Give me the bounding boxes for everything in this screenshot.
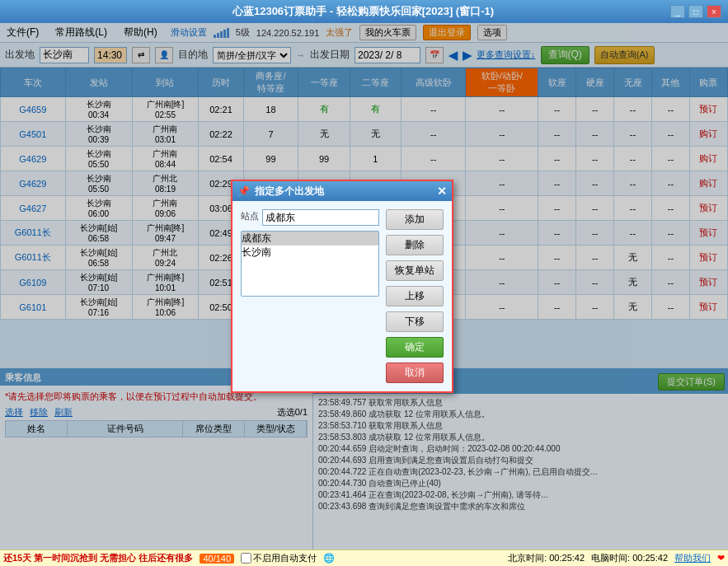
count-badge: 40/140 <box>200 554 234 564</box>
maximize-button[interactable]: □ <box>688 5 703 18</box>
filter-select[interactable]: 简拼/全拼/汉字 <box>213 47 291 63</box>
more-settings-link[interactable]: 更多查询设置↓ <box>477 49 536 61</box>
soft-sleep: -- <box>401 246 466 270</box>
hard-seat: -- <box>576 270 614 295</box>
train-link[interactable]: G4629 <box>19 154 46 164</box>
train-link[interactable]: G4629 <box>19 179 46 189</box>
minimize-button[interactable]: _ <box>670 5 685 18</box>
soft-seat: -- <box>538 122 576 147</box>
refresh-passenger-link[interactable]: 刷新 <box>54 406 73 419</box>
hard-sleep: -- <box>466 295 538 320</box>
query-btn[interactable]: 查询(Q) <box>541 46 589 64</box>
submit-order-btn[interactable]: 提交订单(S) <box>658 373 725 391</box>
second-seat: -- <box>350 246 401 270</box>
buy-link[interactable]: 购订 <box>699 178 717 188</box>
train-link[interactable]: G6011长 <box>15 252 51 262</box>
menu-routes[interactable]: 常用路线(L) <box>52 24 110 41</box>
hard-sleep: -- <box>466 270 538 295</box>
origin-input[interactable] <box>40 47 89 63</box>
ip-address: 124.220.52.191 <box>256 28 319 38</box>
duration: 02:49 <box>199 221 243 246</box>
train-table: 车次 发站 到站 历时 商务座/特等座 一等座 二等座 高级软卧 软卧/动卧/一… <box>0 68 728 320</box>
train-table-scroll[interactable]: 车次 发站 到站 历时 商务座/特等座 一等座 二等座 高级软卧 软卧/动卧/一… <box>0 68 728 368</box>
train-link[interactable]: G4659 <box>19 105 46 115</box>
from-station: 长沙南 05:50 <box>65 171 132 196</box>
buy-link[interactable]: 预订 <box>699 104 717 114</box>
buy-link[interactable]: 预订 <box>699 203 717 213</box>
buy-link[interactable]: 购订 <box>699 153 717 163</box>
log-entry: 00:20:44.722 正在自动查询(2023-02-23, 长沙南→广州南)… <box>318 466 723 478</box>
close-button[interactable]: × <box>707 5 721 18</box>
next-date-btn[interactable]: ▶ <box>463 49 472 62</box>
train-number: G6011长 <box>1 246 66 270</box>
bottom-area: 乘客信息 *请先选择您即将购票的乘客，以便在预订过程中自动加载提交。 选择 移除… <box>0 368 728 550</box>
to-station: 广州南 03:01 <box>132 122 199 147</box>
other: -- <box>652 97 690 122</box>
th-soft-seat: 软座 <box>538 68 576 97</box>
my-ticket-btn[interactable]: 我的火车票 <box>359 25 416 40</box>
status-right: 北京时间: 00:25:42 电脑时间: 00:25:42 帮助我们 ❤ <box>508 552 725 564</box>
train-link[interactable]: G4501 <box>19 129 46 139</box>
buy-link[interactable]: 预订 <box>699 277 717 287</box>
from-station: 长沙南 05:50 <box>65 147 132 171</box>
window-title: 心蓝12306订票助手 - 轻松购票快乐回家[2023] (窗口-1) <box>56 4 670 19</box>
duration: 02:21 <box>199 97 243 122</box>
auto-pay-check[interactable]: 不启用自动支付 <box>241 552 317 564</box>
from-station: 长沙南 00:39 <box>65 122 132 147</box>
heart-icon: ❤ <box>717 553 725 564</box>
train-link[interactable]: G6011长 <box>15 227 51 237</box>
table-row: G6011长 长沙南[始] 06:58 广州北 09:24 02:26 -- -… <box>1 246 728 270</box>
hard-sleep: -- <box>466 147 538 171</box>
soft-seat: -- <box>538 147 576 171</box>
menu-file[interactable]: 文件(F) <box>3 24 42 41</box>
passenger-panel: 乘客信息 *请先选择您即将购票的乘客，以便在预订过程中自动加载提交。 选择 移除… <box>0 370 313 550</box>
th-dynamic: 软卧/动卧/一等卧 <box>466 68 538 97</box>
auto-pay-checkbox[interactable] <box>241 553 251 564</box>
first-seat: 有 <box>298 97 350 122</box>
hard-seat: -- <box>576 147 614 171</box>
buy-link[interactable]: 预订 <box>699 302 717 311</box>
hard-sleep: -- <box>466 171 538 196</box>
soft-sleep: -- <box>401 221 466 246</box>
hard-seat: -- <box>576 171 614 196</box>
train-number: G6011长 <box>1 221 66 246</box>
soft-sleep: -- <box>401 270 466 295</box>
signal-icon <box>214 28 229 38</box>
calendar-icon[interactable]: 📅 <box>425 47 444 63</box>
help-link[interactable]: 帮助我们 <box>674 552 711 564</box>
buy-link[interactable]: 购订 <box>699 129 717 138</box>
soft-sleep: -- <box>401 196 466 221</box>
train-link[interactable]: G4627 <box>19 203 46 213</box>
th-first: 一等座 <box>298 68 350 97</box>
remove-passenger-link[interactable]: 移除 <box>30 406 48 419</box>
swap-icon[interactable]: ⇄ <box>132 47 150 63</box>
log-entry: 23:58:53.803 成功获取 12 位常用联系人信息。 <box>318 432 723 443</box>
train-link[interactable]: G6109 <box>19 278 46 288</box>
slide-settings-label[interactable]: 滑动设置 <box>171 26 207 39</box>
beijing-time: 北京时间: 00:25:42 <box>508 552 585 564</box>
person-icon[interactable]: 👤 <box>155 47 173 63</box>
second-seat: -- <box>350 295 401 320</box>
select-passenger-link[interactable]: 选择 <box>5 406 23 419</box>
time-input[interactable] <box>94 47 127 63</box>
second-seat: -- <box>350 196 401 221</box>
train-link[interactable]: G6101 <box>19 302 46 312</box>
no-seat: -- <box>614 171 652 196</box>
logout-btn[interactable]: 退出登录 <box>423 25 471 40</box>
prev-date-btn[interactable]: ◀ <box>449 49 458 62</box>
table-row: G6101 长沙南[始] 07:16 广州南[终] 10:06 02:50 --… <box>1 295 728 320</box>
hard-sleep: -- <box>466 97 538 122</box>
hard-seat: -- <box>576 97 614 122</box>
arrow-right-icon: → <box>296 50 305 60</box>
second-seat: -- <box>350 270 401 295</box>
from-station: 长沙南[始] 07:10 <box>65 270 132 295</box>
buy-link[interactable]: 预订 <box>699 227 717 237</box>
auto-query-btn[interactable]: 自动查询(A) <box>594 46 655 64</box>
window-controls[interactable]: _ □ × <box>670 5 721 18</box>
train-number: G4501 <box>1 122 66 147</box>
passenger-panel-title: 乘客信息 <box>0 370 312 386</box>
menu-help[interactable]: 帮助(H) <box>120 24 161 41</box>
buy-link[interactable]: 预订 <box>699 252 717 262</box>
options-btn[interactable]: 选项 <box>477 25 507 40</box>
date-input[interactable] <box>355 47 420 63</box>
